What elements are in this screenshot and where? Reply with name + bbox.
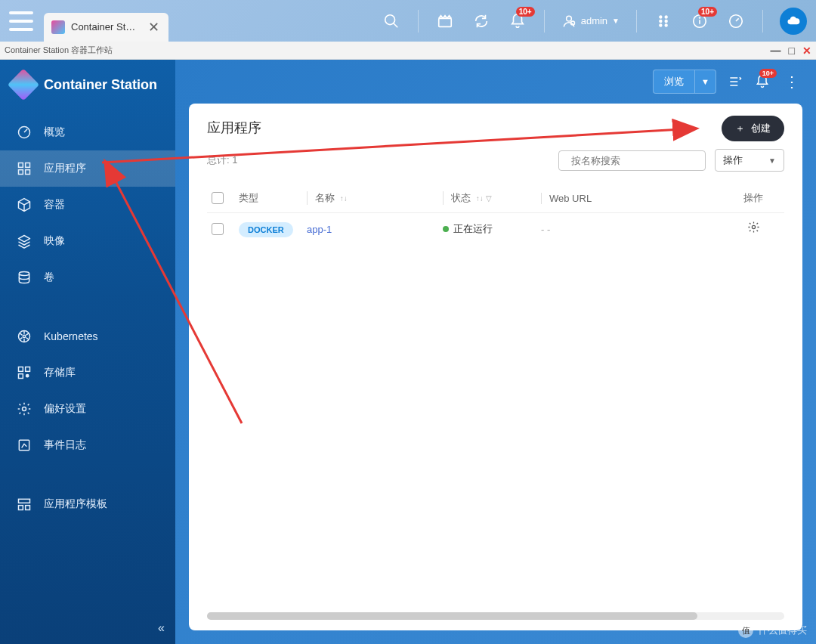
horizontal-scrollbar[interactable]	[207, 612, 784, 620]
chevron-down-icon[interactable]: ▼	[695, 73, 716, 91]
table-row[interactable]: DOCKER app-1 正在运行 - -	[207, 213, 784, 244]
apps-table: 类型 名称 ↑↓ 状态 ↑↓ ▽ Web URL 操作 DOCKER app-1…	[207, 184, 784, 244]
watermark-text: 什么值得买	[758, 624, 807, 637]
search-icon[interactable]	[382, 11, 401, 31]
window-title: Container Station 容器工作站	[5, 45, 771, 56]
close-icon[interactable]: ✕	[145, 19, 162, 36]
sidebar-item-templates[interactable]: 应用程序模板	[0, 486, 175, 522]
gauge-icon	[17, 125, 32, 140]
create-button[interactable]: ＋ 创建	[722, 116, 784, 141]
svg-point-6	[660, 20, 662, 22]
dashboard-icon[interactable]	[726, 11, 746, 31]
clapper-icon[interactable]	[435, 11, 455, 31]
brand: Container Station	[0, 60, 175, 114]
app-name-link[interactable]: app-1	[307, 224, 332, 235]
svg-rect-17	[26, 163, 30, 168]
sidebar: Container Station 概览 应用程序 容器 映像 卷	[0, 60, 175, 644]
svg-point-3	[566, 16, 571, 21]
os-top-bar: Container Sta... ✕ 10+ admin ▼ 10+	[0, 0, 816, 42]
svg-point-22	[23, 335, 25, 337]
row-checkbox[interactable]	[212, 223, 224, 235]
user-menu[interactable]: admin ▼	[561, 14, 620, 29]
select-all-checkbox[interactable]	[212, 192, 224, 204]
sidebar-item-images[interactable]: 映像	[0, 223, 175, 259]
sidebar-item-volumes[interactable]: 卷	[0, 259, 175, 296]
svg-point-7	[660, 24, 662, 26]
menu-icon[interactable]	[9, 11, 33, 31]
nav-label: 应用程序	[44, 162, 86, 175]
app-container: Container Station 概览 应用程序 容器 映像 卷	[0, 60, 816, 644]
sidebar-item-containers[interactable]: 容器	[0, 187, 175, 223]
status-dot-icon	[443, 226, 449, 232]
tasks-icon[interactable]	[727, 73, 743, 90]
search-input-wrapper[interactable]	[558, 150, 706, 171]
svg-rect-25	[19, 374, 23, 379]
cube-icon	[17, 197, 32, 212]
sidebar-item-preferences[interactable]: 偏好设置	[0, 391, 175, 427]
svg-rect-18	[19, 170, 23, 175]
toolbar-row: 总计: 1 操作 ▼	[207, 149, 784, 172]
action-dropdown[interactable]: 操作 ▼	[715, 149, 784, 172]
row-gear-icon[interactable]	[747, 223, 760, 236]
col-status[interactable]: 状态 ↑↓ ▽	[443, 191, 541, 205]
nav-label: 卷	[44, 271, 54, 284]
refresh-icon[interactable]	[471, 11, 491, 31]
watermark: 值 什么值得买	[738, 623, 807, 638]
svg-point-0	[385, 14, 394, 24]
browse-button[interactable]: 浏览 ▼	[653, 70, 716, 94]
svg-point-9	[665, 20, 667, 22]
sidebar-item-overview[interactable]: 概览	[0, 114, 175, 150]
svg-rect-30	[19, 506, 23, 510]
brand-logo-icon	[8, 69, 39, 101]
sidebar-item-applications[interactable]: 应用程序	[0, 150, 175, 187]
nav-label: 概览	[44, 125, 65, 139]
svg-rect-23	[19, 367, 23, 372]
brand-name: Container Station	[44, 77, 157, 93]
bell-icon[interactable]: 10+	[508, 11, 527, 31]
close-button[interactable]: ✕	[802, 45, 811, 57]
plus-icon: ＋	[735, 122, 745, 135]
database-icon	[17, 270, 32, 285]
action-label: 操作	[723, 153, 743, 167]
nav-label: 偏好设置	[44, 402, 86, 416]
search-input[interactable]	[571, 155, 698, 166]
create-label: 创建	[751, 122, 771, 135]
total-count: 总计: 1	[207, 153, 237, 167]
svg-point-10	[665, 24, 667, 26]
info-icon[interactable]: 10+	[690, 11, 709, 31]
layers-icon	[17, 234, 32, 249]
log-icon	[17, 438, 32, 453]
svg-rect-31	[26, 506, 30, 510]
nav-label: 容器	[44, 198, 65, 212]
bell-icon[interactable]: 10+	[754, 73, 771, 90]
nav-label: 事件日志	[44, 438, 86, 452]
col-name[interactable]: 名称 ↑↓	[307, 191, 443, 205]
dots-vertical-icon[interactable]	[654, 11, 673, 31]
scrollbar-thumb[interactable]	[207, 612, 697, 620]
more-icon[interactable]: ⋮	[781, 73, 802, 91]
col-type[interactable]: 类型	[239, 191, 307, 205]
sidebar-item-storage[interactable]: 存储库	[0, 355, 175, 391]
col-weburl[interactable]: Web URL	[541, 193, 727, 204]
svg-point-13	[700, 17, 700, 17]
browse-label: 浏览	[654, 70, 695, 93]
os-tray: 10+ admin ▼ 10+	[382, 8, 807, 35]
sidebar-item-kubernetes[interactable]: Kubernetes	[0, 318, 175, 355]
minimize-button[interactable]: —	[771, 45, 781, 57]
svg-point-34	[752, 225, 755, 228]
app-tab[interactable]: Container Sta... ✕	[44, 13, 168, 42]
gear-icon	[17, 401, 32, 416]
kubernetes-icon	[17, 329, 32, 344]
type-badge: DOCKER	[239, 222, 293, 237]
col-ops: 操作	[727, 191, 780, 205]
watermark-icon: 值	[738, 623, 753, 638]
web-url: - -	[541, 224, 550, 235]
svg-rect-19	[26, 170, 30, 175]
sidebar-item-eventlog[interactable]: 事件日志	[0, 427, 175, 463]
app-tab-icon	[51, 20, 65, 34]
cloud-icon[interactable]	[780, 8, 807, 35]
svg-point-27	[23, 407, 26, 411]
user-name: admin	[581, 15, 607, 26]
maximize-button[interactable]: □	[789, 45, 795, 57]
collapse-sidebar-icon[interactable]: «	[158, 621, 165, 635]
